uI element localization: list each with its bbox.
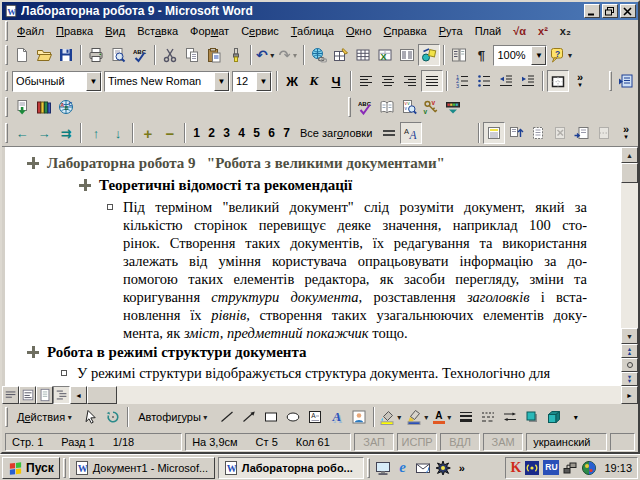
ruta-dictionary-button[interactable] [376,96,398,118]
ruta-panel-button[interactable] [442,96,464,118]
dropdown-arrow-icon[interactable]: ▾ [565,51,574,60]
format-painter-button[interactable] [225,44,247,66]
status-toggle-зам[interactable]: ЗАМ [483,433,523,451]
web-layout-view-button[interactable] [19,386,36,404]
font-combobox[interactable]: Times New Roman▼ [104,71,230,92]
dropdown-arrow-icon[interactable]: ▼ [214,72,229,91]
demote-to-body-button[interactable]: ⇉ [55,122,77,144]
insert-wordart-button[interactable]: A [326,406,348,428]
insert-hyperlink-button[interactable] [308,44,330,66]
style-combobox[interactable]: Обычный▼ [12,71,102,92]
font-size-combobox[interactable]: 12▼ [232,71,272,92]
promt-send-document-button[interactable] [11,96,33,118]
document-map-button[interactable] [448,44,470,66]
minimize-button[interactable] [584,4,600,18]
help-button[interactable]: ?▾ [548,44,575,66]
paste-button[interactable] [203,44,225,66]
promt-translate-button[interactable]: ABC [55,96,77,118]
horizontal-scroll-thumb[interactable] [87,386,117,404]
cut-button[interactable] [159,44,181,66]
justify-button[interactable] [421,70,443,92]
dropdown-arrow-icon[interactable]: ▾ [290,51,299,60]
align-left-button[interactable] [355,70,377,92]
outlook-express-button[interactable] [413,458,433,478]
expand-button[interactable]: + [137,122,159,144]
zoom-combobox[interactable]: 100%▼ [493,45,547,66]
next-object-button[interactable]: ▼▼ [621,372,638,386]
menu-superscript[interactable]: x² [532,22,554,40]
show-heading-7-button[interactable]: 7 [279,122,294,144]
insert-excel-worksheet-button[interactable]: X [374,44,396,66]
line-color-button[interactable]: ▾ [405,406,432,428]
create-subdocument-button[interactable] [527,122,549,144]
show-heading-3-button[interactable]: 3 [219,122,234,144]
ruta-spelling-button[interactable]: ABC [354,96,376,118]
previous-object-button[interactable]: ▲▲ [621,344,638,358]
increase-indent-button[interactable] [517,70,539,92]
ruta-keywords-button[interactable]: vv [420,96,442,118]
copy-button[interactable] [181,44,203,66]
drawing-button[interactable] [418,44,440,66]
promt-dictionaries-button[interactable] [33,96,55,118]
outline-body-symbol[interactable] [61,370,67,376]
menu-subscript[interactable]: x₂ [554,22,577,40]
toolbar-grip[interactable] [5,71,8,91]
3d-button[interactable] [543,406,565,428]
print-preview-button[interactable] [107,44,129,66]
toolbar-grip[interactable] [348,97,351,117]
translate-pocket-button[interactable] [615,70,637,92]
menu-ruta[interactable]: Рута [433,22,469,40]
status-language[interactable]: украинский [526,433,607,451]
dropdown-arrow-icon[interactable]: ▼ [531,46,546,65]
show-heading-1-button[interactable]: 1 [189,122,204,144]
starburst-button[interactable] [433,458,453,478]
arrow-button[interactable] [238,406,260,428]
vertical-scroll-track[interactable] [621,183,638,328]
show-formatting-button[interactable]: AA [400,122,422,144]
vertical-scroll-thumb[interactable] [621,163,638,183]
menu-view[interactable]: Вид [99,22,131,40]
draw-menu-button[interactable]: Действия▾ [11,406,80,428]
outline-expand-symbol[interactable] [27,157,39,169]
bold-button[interactable]: Ж [281,70,303,92]
rectangle-button[interactable] [260,406,282,428]
select-browse-object-button[interactable] [621,358,638,372]
status-toggle-зап[interactable]: ЗАП [354,433,394,451]
menu-format[interactable]: Формат [184,22,235,40]
outline-expand-symbol[interactable] [27,346,39,358]
dash-style-button[interactable] [477,406,499,428]
fill-color-button[interactable]: ▾ [378,406,405,428]
document-page[interactable]: Лабораторна робота 9 "Робота з великими … [5,147,621,386]
demote-button[interactable]: → [33,122,55,144]
agent-tray-icon[interactable] [581,460,597,476]
insert-clip-art-button[interactable] [348,406,370,428]
align-right-button[interactable] [399,70,421,92]
dropdown-arrow-icon[interactable]: ▾ [268,51,277,60]
toolbar-grip[interactable] [5,21,8,41]
internet-explorer-button[interactable]: e [393,458,413,478]
open-button[interactable] [33,44,55,66]
font-color-button[interactable]: А▾ [432,406,455,428]
menu-window[interactable]: Окно [340,22,378,40]
insert-table-button[interactable] [352,44,374,66]
new-document-button[interactable] [11,44,33,66]
show-first-line-only-button[interactable] [378,122,400,144]
shadow-button[interactable] [521,406,543,428]
text-box-button[interactable]: A [304,406,326,428]
outside-border-button[interactable] [547,70,569,92]
dropdown-arrow-icon[interactable]: ▼ [86,72,101,91]
underline-button[interactable]: Ч [325,70,347,92]
toolbar-grip[interactable] [5,45,8,65]
dropdown-arrow-icon[interactable]: ▾ [201,413,210,422]
numbering-button[interactable]: 123 [451,70,473,92]
outline-body-symbol[interactable] [107,204,113,210]
menu-play[interactable]: Плай [469,22,508,40]
menu-help[interactable]: Справка [378,22,433,40]
status-toggle-вдл[interactable]: ВДЛ [440,433,480,451]
line-button[interactable] [216,406,238,428]
tables-and-borders-button[interactable] [330,44,352,66]
spelling-button[interactable]: ABC [129,44,151,66]
more-buttons-button[interactable]: »▾ [569,70,591,92]
more-buttons-button[interactable]: »▾ [615,122,637,144]
scroll-right-button[interactable]: ► [621,386,638,404]
